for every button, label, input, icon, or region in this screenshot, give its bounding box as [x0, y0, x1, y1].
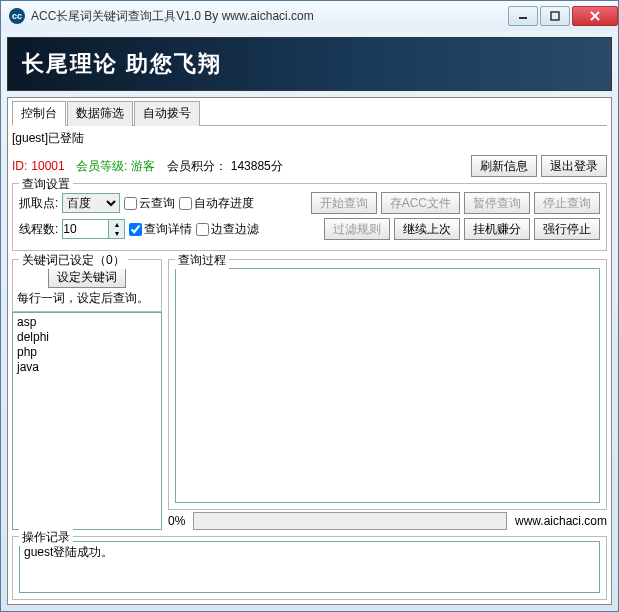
maximize-button[interactable]	[540, 6, 570, 26]
refresh-button[interactable]: 刷新信息	[471, 155, 537, 177]
save-acc-button[interactable]: 存ACC文件	[381, 192, 460, 214]
level-label: 会员等级:	[76, 158, 127, 175]
stop-query-button[interactable]: 停止查询	[534, 192, 600, 214]
log-line: guest登陆成功。	[24, 544, 595, 561]
tab-console[interactable]: 控制台	[12, 101, 66, 126]
start-query-button[interactable]: 开始查询	[311, 192, 377, 214]
log-panel: 操作记录 guest登陆成功。	[12, 536, 607, 600]
tab-dial[interactable]: 自动拨号	[134, 101, 200, 126]
minimize-button[interactable]	[508, 6, 538, 26]
account-row: ID: 10001 会员等级: 游客 会员积分： 143885分 刷新信息 退出…	[12, 155, 607, 177]
log-title: 操作记录	[19, 529, 73, 546]
autosave-label: 自动存进度	[194, 195, 254, 212]
banner: 长尾理论 助您飞翔	[7, 37, 612, 91]
process-panel: 查询过程 0% www.aichaci.com	[168, 257, 607, 530]
points-label: 会员积分：	[167, 158, 227, 175]
threads-label: 线程数:	[19, 221, 58, 238]
id-value: 10001	[31, 159, 64, 173]
keywords-title: 关键词已设定（0）	[19, 252, 128, 269]
resume-button[interactable]: 继续上次	[394, 218, 460, 240]
list-item[interactable]: asp	[17, 315, 157, 330]
login-status: [guest]已登陆	[12, 130, 84, 147]
site-link[interactable]: www.aichaci.com	[515, 514, 607, 528]
set-keywords-button[interactable]: 设定关键词	[48, 266, 126, 288]
id-label: ID:	[12, 159, 27, 173]
tab-bar: 控制台 数据筛选 自动拨号	[12, 100, 607, 126]
banner-text: 长尾理论 助您飞翔	[22, 49, 222, 79]
login-status-row: [guest]已登陆	[12, 130, 607, 147]
svg-rect-1	[551, 12, 559, 20]
query-settings-title: 查询设置	[19, 176, 73, 193]
list-item[interactable]: delphi	[17, 330, 157, 345]
detail-checkbox[interactable]	[129, 223, 142, 236]
level-value: 游客	[131, 158, 155, 175]
app-icon: cc	[9, 8, 25, 24]
keywords-panel: 关键词已设定（0） 设定关键词 每行一词，设定后查询。 asp delphi p…	[12, 257, 162, 530]
window-title: ACC长尾词关键词查询工具V1.0 By www.aichaci.com	[31, 8, 506, 25]
keywords-hint: 每行一词，设定后查询。	[17, 290, 157, 307]
grab-select[interactable]: 百度	[62, 193, 120, 213]
grab-label: 抓取点:	[19, 195, 58, 212]
process-output[interactable]	[175, 268, 600, 503]
app-window: cc ACC长尾词关键词查询工具V1.0 By www.aichaci.com …	[0, 0, 619, 612]
query-settings: 查询设置 抓取点: 百度 云查询 自动存进度 开始查询 存ACC文件 暂停查询 …	[12, 183, 607, 251]
threads-input[interactable]	[62, 219, 108, 239]
spin-up-icon[interactable]: ▲	[109, 220, 124, 229]
force-stop-button[interactable]: 强行停止	[534, 218, 600, 240]
progress-bar	[193, 512, 507, 530]
points-value: 143885分	[231, 158, 283, 175]
content-area: 控制台 数据筛选 自动拨号 [guest]已登陆 ID: 10001 会员等级:…	[7, 97, 612, 605]
tab-filter[interactable]: 数据筛选	[67, 101, 133, 126]
hang-button[interactable]: 挂机赚分	[464, 218, 530, 240]
pause-query-button[interactable]: 暂停查询	[464, 192, 530, 214]
keywords-list[interactable]: asp delphi php java	[12, 312, 162, 530]
logout-button[interactable]: 退出登录	[541, 155, 607, 177]
list-item[interactable]: java	[17, 360, 157, 375]
autosave-checkbox[interactable]	[179, 197, 192, 210]
threads-spinner[interactable]: ▲▼	[62, 219, 125, 239]
progress-text: 0%	[168, 514, 185, 528]
log-output[interactable]: guest登陆成功。	[19, 541, 600, 593]
cloud-checkbox[interactable]	[124, 197, 137, 210]
cloud-label: 云查询	[139, 195, 175, 212]
filter-rule-button[interactable]: 过滤规则	[324, 218, 390, 240]
list-item[interactable]: php	[17, 345, 157, 360]
edgefilter-label: 边查边滤	[211, 221, 259, 238]
close-button[interactable]	[572, 6, 618, 26]
spin-down-icon[interactable]: ▼	[109, 229, 124, 238]
process-title: 查询过程	[175, 252, 229, 269]
detail-label: 查询详情	[144, 221, 192, 238]
titlebar: cc ACC长尾词关键词查询工具V1.0 By www.aichaci.com	[1, 1, 618, 31]
edgefilter-checkbox[interactable]	[196, 223, 209, 236]
